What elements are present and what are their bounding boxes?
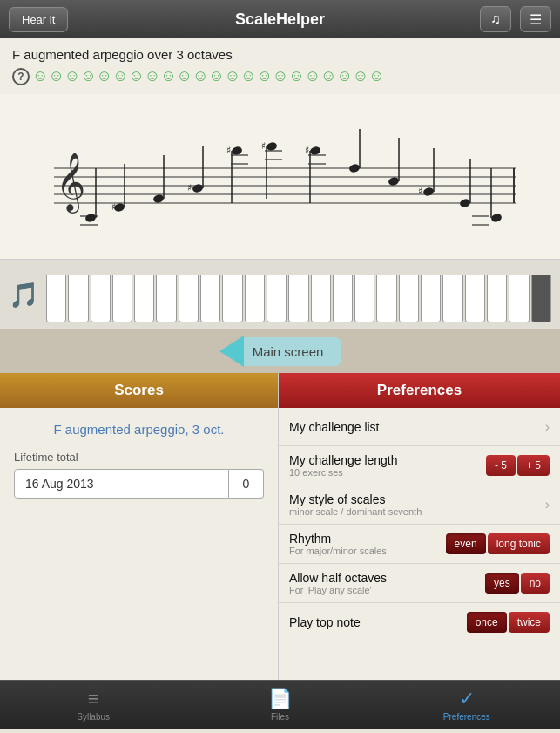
piano-key[interactable] xyxy=(465,275,485,322)
smiley-face: ☺ xyxy=(273,67,288,85)
pref-row-half-octaves: Allow half octaves For 'Play any scale' … xyxy=(279,564,560,603)
tab-preferences[interactable]: ✓ Preferences xyxy=(374,681,560,729)
rhythm-long-tonic-button[interactable]: long tonic xyxy=(488,533,550,554)
lifetime-score: 0 xyxy=(229,469,264,499)
smiley-face: ☺ xyxy=(353,67,368,85)
svg-text:𝄞: 𝄞 xyxy=(56,153,85,214)
pref-row-challenge-list[interactable]: My challenge list › xyxy=(279,408,560,446)
half-octaves-no-button[interactable]: no xyxy=(521,573,550,594)
piano-key[interactable] xyxy=(311,275,331,322)
svg-point-10 xyxy=(84,213,97,223)
piano-key[interactable] xyxy=(333,275,353,322)
piano-key[interactable] xyxy=(179,275,199,322)
smiley-face: ☺ xyxy=(256,67,272,85)
preferences-body: My challenge list › My challenge length … xyxy=(279,408,560,680)
smiley-face: ☺ xyxy=(97,67,112,85)
svg-text:♯: ♯ xyxy=(187,182,192,193)
smiley-face: ☺ xyxy=(240,67,256,85)
pref-row-play-top-note: Play top note once twice xyxy=(279,603,560,641)
pref-row-content: My style of scales minor scale / dominan… xyxy=(289,492,545,517)
metronome-icon: 🎵 xyxy=(9,281,39,309)
smiley-face: ☺ xyxy=(112,67,128,85)
piano-key[interactable] xyxy=(487,275,507,322)
piano-key[interactable] xyxy=(134,275,154,322)
smiley-face: ☺ xyxy=(64,67,80,85)
tab-files[interactable]: 📄 Files xyxy=(186,681,373,729)
music-icon-button[interactable]: ♫ xyxy=(480,6,511,32)
pref-row-content: My challenge list xyxy=(289,420,545,434)
smiley-face: ☺ xyxy=(288,67,304,85)
piano-key[interactable] xyxy=(399,275,419,322)
piano-key[interactable] xyxy=(509,275,529,322)
piano-key[interactable] xyxy=(46,275,66,322)
piano-key[interactable] xyxy=(421,275,441,322)
main-content: F augmented arpeggio over 3 octaves ? ☺☺… xyxy=(0,38,560,94)
pref-row-content: Rhythm For major/minor scales xyxy=(289,532,446,556)
pref-row-rhythm: Rhythm For major/minor scales even long … xyxy=(279,525,560,564)
stepper-group: - 5 + 5 xyxy=(486,455,550,476)
svg-point-42 xyxy=(459,198,471,208)
main-screen-button[interactable]: Main screen xyxy=(219,336,341,367)
piano-key[interactable] xyxy=(267,275,287,322)
top-bar: Hear it ScaleHelper ♫ ☰ xyxy=(0,0,560,38)
main-screen-label: Main screen xyxy=(244,337,341,366)
pref-row-subtitle: minor scale / dominant seventh xyxy=(289,506,545,517)
pref-row-challenge-length: My challenge length 10 exercises - 5 + 5 xyxy=(279,446,560,485)
play-top-note-twice-button[interactable]: twice xyxy=(509,612,550,633)
tab-bar: ≡ Syllabus 📄 Files ✓ Preferences xyxy=(0,680,560,729)
smiley-face: ☺ xyxy=(160,67,176,85)
piano-key[interactable] xyxy=(288,275,308,322)
smiley-row: ? ☺☺☺☺☺☺☺☺☺☺☺☺☺☺☺☺☺☺☺☺☺☺ xyxy=(12,67,548,85)
minus-5-button[interactable]: - 5 xyxy=(486,455,516,476)
lifetime-row: 16 Aug 2013 0 xyxy=(14,469,264,499)
menu-icon-button[interactable]: ☰ xyxy=(520,6,551,32)
svg-point-15 xyxy=(152,193,165,204)
svg-point-44 xyxy=(490,213,503,223)
pref-row-title: My challenge length xyxy=(289,453,486,467)
piano-key[interactable] xyxy=(68,275,88,322)
play-top-note-once-button[interactable]: once xyxy=(467,612,507,633)
main-screen-area: Main screen xyxy=(0,329,560,373)
piano-key[interactable] xyxy=(156,275,176,322)
sheet-music-area: 𝄞 ♯ ♯ ♯ ♯ ♯ xyxy=(0,94,560,260)
pref-row-subtitle: For major/minor scales xyxy=(289,546,446,556)
smiley-face: ☺ xyxy=(192,67,208,85)
pref-row-subtitle: 10 exercises xyxy=(289,467,486,478)
plus-5-button[interactable]: + 5 xyxy=(517,455,550,476)
piano-key-active[interactable] xyxy=(531,275,551,322)
piano-area: 🎵 xyxy=(0,260,560,329)
piano-key[interactable] xyxy=(245,275,265,322)
tab-files-label: Files xyxy=(271,712,289,722)
svg-point-17 xyxy=(192,183,204,193)
smiley-face: ☺ xyxy=(48,67,64,85)
smiley-face: ☺ xyxy=(145,67,160,85)
top-right-icons: ♫ ☰ xyxy=(480,6,551,32)
rhythm-even-button[interactable]: even xyxy=(446,533,486,554)
half-octaves-yes-button[interactable]: yes xyxy=(485,573,519,594)
piano-key[interactable] xyxy=(112,275,132,322)
help-icon[interactable]: ? xyxy=(12,68,30,85)
half-octaves-button-group: yes no xyxy=(485,573,550,594)
scores-body: F augmented arpeggio, 3 oct. Lifetime to… xyxy=(0,408,278,512)
piano-key[interactable] xyxy=(354,275,374,322)
pref-row-title: My style of scales xyxy=(289,492,545,506)
piano-key[interactable] xyxy=(442,275,462,322)
piano-key[interactable] xyxy=(200,275,220,322)
sheet-music-svg: 𝄞 ♯ ♯ ♯ ♯ ♯ xyxy=(28,120,533,234)
svg-point-25 xyxy=(266,141,278,152)
piano-key[interactable] xyxy=(222,275,242,322)
svg-point-39 xyxy=(422,187,435,197)
tab-syllabus[interactable]: ≡ Syllabus xyxy=(0,681,186,729)
play-top-note-button-group: once twice xyxy=(467,612,550,633)
piano-key[interactable] xyxy=(376,275,396,322)
piano-key[interactable] xyxy=(91,275,111,322)
pref-row-style-scales[interactable]: My style of scales minor scale / dominan… xyxy=(279,485,560,525)
smiley-face: ☺ xyxy=(336,67,352,85)
smiley-face: ☺ xyxy=(320,67,336,85)
svg-point-37 xyxy=(388,176,400,187)
preferences-tab-icon: ✓ xyxy=(459,688,475,710)
pref-row-content: Allow half octaves For 'Play any scale' xyxy=(289,571,485,595)
smileys: ☺☺☺☺☺☺☺☺☺☺☺☺☺☺☺☺☺☺☺☺☺☺ xyxy=(32,67,385,85)
hear-it-button[interactable]: Hear it xyxy=(9,7,68,32)
app-title: ScaleHelper xyxy=(235,10,325,29)
